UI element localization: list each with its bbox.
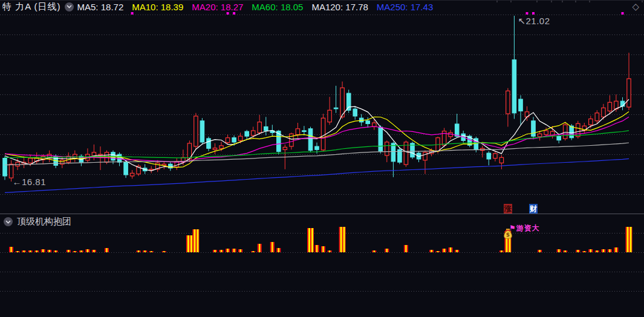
day-badge: 涨: [504, 204, 512, 214]
ma-legend-item: MA250: 17.43: [377, 2, 433, 12]
chevron-down-icon[interactable]: [65, 2, 74, 11]
stock-chart-window: 特 力A (日线) MA5: 18.72MA10: 18.39MA20: 18.…: [0, 0, 644, 317]
symbol-title: 特 力A (日线): [2, 1, 61, 13]
money-bag-icon: $: [503, 227, 513, 242]
chevron-down-icon[interactable]: [4, 217, 13, 226]
subpanel-header: 顶级机构抱团: [4, 216, 71, 227]
subpanel-title: 顶级机构抱团: [17, 216, 71, 227]
diamond-icon[interactable]: ◇: [632, 1, 639, 12]
hot-money-marker: ⚑游资大: [509, 223, 540, 234]
ma-line-10: [5, 111, 629, 167]
ma-line-250: [5, 158, 629, 192]
ma-legend-item: MA10: 18.39: [132, 2, 183, 12]
low-price-label: ←16.81: [13, 177, 47, 187]
ma-legend-item: MA60: 18.05: [252, 2, 303, 12]
ma-legend-item: MA120: 17.78: [311, 2, 368, 12]
chart-canvas[interactable]: [0, 0, 644, 317]
high-price-label: ↖21.02: [518, 16, 550, 27]
ma-legend: MA5: 18.72MA10: 18.39MA20: 18.27MA60: 18…: [77, 2, 434, 12]
chart-header: 特 力A (日线) MA5: 18.72MA10: 18.39MA20: 18.…: [0, 0, 644, 13]
day-badge: 财: [529, 204, 538, 214]
svg-text:$: $: [506, 232, 510, 238]
ma-legend-item: MA5: 18.72: [77, 2, 124, 12]
ma-legend-item: MA20: 18.27: [192, 2, 243, 12]
